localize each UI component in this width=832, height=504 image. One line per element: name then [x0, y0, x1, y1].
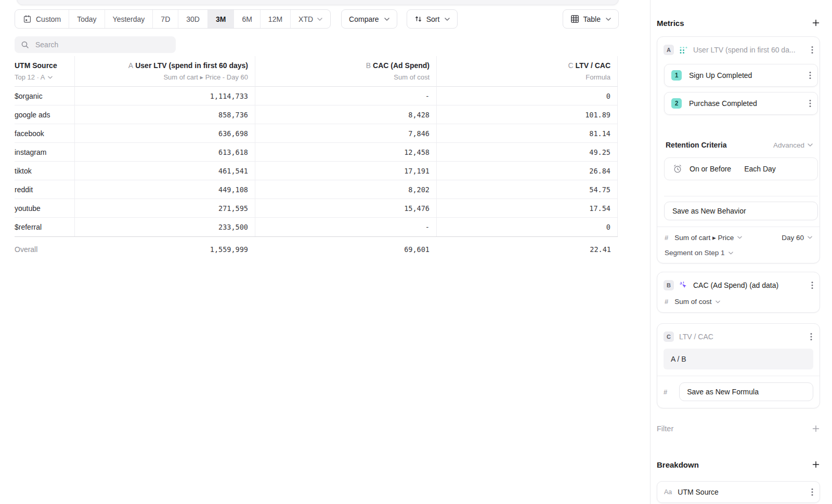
alarm-clock-icon	[672, 164, 683, 174]
analytics-app: CustomTodayYesterday7D30D3M6M12MXTD Comp…	[0, 0, 832, 504]
window-label: Day 60	[782, 234, 804, 242]
row-value-b: 15,476	[255, 199, 436, 218]
retention-mode-dropdown[interactable]: Advanced	[773, 141, 813, 149]
search-input[interactable]	[34, 40, 170, 49]
date-range-today[interactable]: Today	[69, 10, 104, 28]
table-row[interactable]: reddit 449,108 8,202 54.75	[15, 180, 618, 199]
sort-label: Sort	[426, 15, 440, 23]
formula-input[interactable]: A / B	[664, 349, 813, 369]
kebab-menu-icon[interactable]	[810, 45, 814, 55]
add-breakdown-button[interactable]	[812, 460, 820, 469]
chevron-down-icon[interactable]	[48, 76, 53, 79]
aggregation-dropdown[interactable]: Sum of cost	[674, 298, 720, 306]
table-row[interactable]: $referral 233,500 - 0	[15, 218, 618, 236]
window-dropdown[interactable]: Day 60	[782, 234, 812, 242]
date-range-6m[interactable]: 6M	[233, 10, 259, 28]
row-value-b: 12,458	[255, 143, 436, 162]
table-row[interactable]: youtube 271,595 15,476 17.54	[15, 199, 618, 218]
column-header-c[interactable]: CLTV / CAC Formula	[436, 56, 618, 87]
retention-mode-label: Advanced	[773, 141, 804, 149]
breakdown-item[interactable]: Aa UTM Source	[657, 481, 820, 503]
column-header-utm-source[interactable]: UTM Source Top 12 · A	[15, 56, 74, 87]
retention-criteria-box[interactable]: On or Before Each Day	[664, 157, 818, 180]
add-filter-button[interactable]	[812, 425, 820, 433]
row-value-b: -	[255, 218, 436, 236]
table-grid-icon	[570, 15, 579, 23]
criteria-period[interactable]: Each Day	[744, 165, 776, 173]
kebab-menu-icon[interactable]	[809, 331, 813, 342]
date-range-30d[interactable]: 30D	[178, 10, 207, 28]
date-range-label: 30D	[186, 15, 200, 23]
metric-title[interactable]: CAC (Ad Spend) (ad data)	[693, 281, 805, 289]
column-letter: C	[568, 61, 573, 70]
step-event-label: Purchase Completed	[689, 99, 801, 108]
date-range-12m[interactable]: 12M	[260, 10, 290, 28]
view-type-button[interactable]: Table	[563, 9, 619, 29]
segment-on-step-dropdown[interactable]: Segment on Step 1	[665, 249, 812, 257]
sort-arrows-icon	[414, 15, 422, 23]
funnel-step[interactable]: 1 Sign Up Completed	[664, 64, 818, 87]
filter-section-title: Filter	[657, 425, 673, 433]
row-value-c: 26.84	[436, 162, 618, 180]
date-range-3m[interactable]: 3M	[207, 10, 233, 28]
kebab-menu-icon[interactable]	[808, 98, 812, 109]
chevron-down-icon	[808, 236, 812, 239]
chevron-down-icon	[384, 18, 389, 21]
row-value-a: 461,541	[74, 162, 255, 180]
column-subtitle: Top 12 · A	[15, 73, 45, 82]
number-type-icon: #	[665, 234, 668, 242]
row-label: facebook	[15, 124, 74, 143]
date-range-label: 6M	[242, 15, 252, 23]
compare-button[interactable]: Compare	[341, 9, 397, 29]
kebab-menu-icon[interactable]	[810, 280, 814, 290]
save-behavior-label: Save as New Behavior	[672, 207, 746, 215]
kebab-menu-icon[interactable]	[808, 70, 812, 81]
metric-card-c: C LTV / CAC A / B # Save as New Formula	[657, 323, 820, 408]
date-range-control: CustomTodayYesterday7D30D3M6M12MXTD	[15, 9, 331, 29]
report-toolbar: CustomTodayYesterday7D30D3M6M12MXTD Comp…	[15, 9, 619, 29]
row-value-a: 449,108	[74, 180, 255, 199]
kebab-menu-icon[interactable]	[810, 487, 814, 497]
save-as-new-formula-button[interactable]: Save as New Formula	[679, 382, 813, 401]
retention-criteria-title: Retention Criteria	[666, 141, 726, 149]
save-as-new-behavior-button[interactable]: Save as New Behavior	[664, 202, 818, 220]
search-icon	[21, 41, 29, 49]
save-formula-label: Save as New Formula	[687, 388, 759, 396]
date-range-yesterday[interactable]: Yesterday	[105, 10, 153, 28]
column-header-b[interactable]: BCAC (Ad Spend) Sum of cost	[255, 56, 436, 87]
chevron-down-icon	[716, 300, 720, 303]
breakdown-item-label: UTM Source	[678, 488, 804, 496]
table-row[interactable]: instagram 613,618 12,458 49.25	[15, 143, 618, 162]
funnel-step[interactable]: 2 Purchase Completed	[664, 92, 818, 115]
metric-letter-badge: C	[664, 331, 674, 342]
metric-letter-badge: A	[664, 45, 674, 55]
criteria-condition[interactable]: On or Before	[690, 165, 731, 173]
formula-metric-title[interactable]: LTV / CAC	[679, 333, 804, 341]
column-title: User LTV (spend in first 60 days)	[135, 61, 248, 70]
overall-value-a: 1,559,999	[74, 237, 255, 262]
step-event-label: Sign Up Completed	[689, 71, 801, 79]
table-row[interactable]: $organic 1,114,733 - 0	[15, 87, 618, 105]
date-range-xtd[interactable]: XTD	[290, 10, 330, 28]
row-label: $organic	[15, 87, 74, 105]
metrics-section-title: Metrics	[657, 19, 684, 28]
compare-label: Compare	[349, 15, 379, 23]
metric-title[interactable]: User LTV (spend in first 60 da...	[693, 46, 805, 54]
row-value-a: 858,736	[74, 105, 255, 124]
date-range-custom[interactable]: Custom	[15, 10, 69, 28]
row-value-c: 17.54	[436, 199, 618, 218]
table-row[interactable]: google ads 858,736 8,428 101.89	[15, 105, 618, 124]
segment-label: Segment on Step 1	[665, 249, 725, 257]
formula-text: A / B	[671, 355, 686, 363]
row-value-b: 7,846	[255, 124, 436, 143]
column-header-a[interactable]: AUser LTV (spend in first 60 days) Sum o…	[74, 56, 255, 87]
date-range-7d[interactable]: 7D	[152, 10, 178, 28]
search-box[interactable]	[15, 36, 176, 53]
query-builder-sidebar: Metrics A User LTV (spend in first 60 da…	[650, 0, 832, 504]
overall-value-c: 22.41	[436, 237, 618, 262]
table-row[interactable]: tiktok 461,541 17,191 26.84	[15, 162, 618, 180]
aggregation-dropdown[interactable]: Sum of cart ▸ Price	[674, 233, 742, 242]
add-metric-button[interactable]	[812, 19, 820, 27]
table-row[interactable]: facebook 636,698 7,846 81.14	[15, 124, 618, 143]
sort-button[interactable]: Sort	[407, 9, 458, 29]
